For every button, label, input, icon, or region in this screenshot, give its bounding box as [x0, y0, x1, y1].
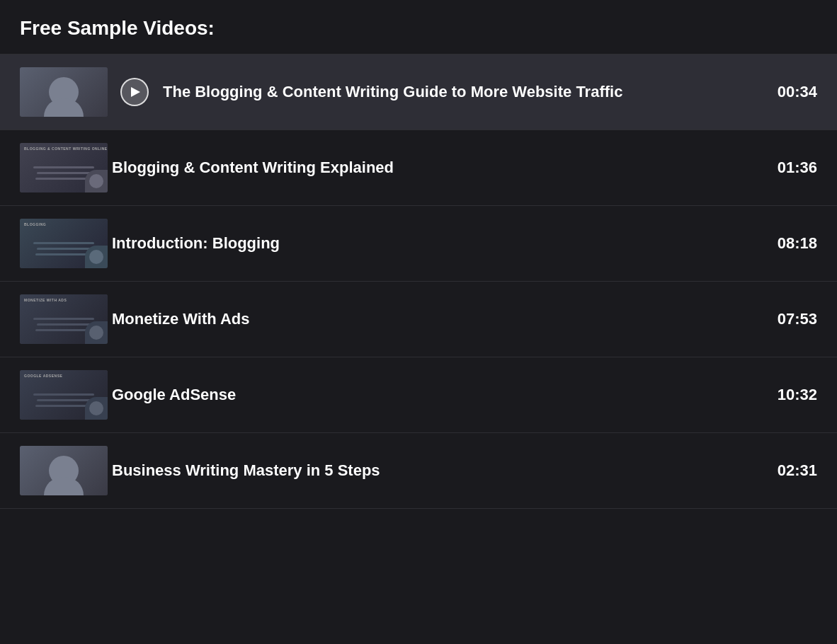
list-item[interactable]: BLOGGING Introduction: Blogging 08:18 [0, 206, 837, 282]
page-container: Free Sample Videos: The Blogging & Conte… [0, 0, 837, 509]
video-duration: 10:32 [768, 386, 817, 404]
video-title: Google AdSense [108, 385, 753, 406]
video-duration: 01:36 [768, 159, 817, 177]
video-duration: 02:31 [768, 461, 817, 480]
video-title: Business Writing Mastery in 5 Steps [108, 461, 753, 481]
video-thumbnail: MONETIZE WITH ADS [20, 294, 108, 344]
play-button-wrap[interactable] [120, 78, 149, 106]
video-duration: 07:53 [768, 310, 817, 328]
video-duration: 00:34 [768, 83, 817, 101]
video-title: Blogging & Content Writing Explained [108, 158, 753, 178]
video-thumbnail [20, 446, 108, 495]
page-header: Free Sample Videos: [0, 0, 837, 54]
video-thumbnail: BLOGGING [20, 219, 108, 268]
video-title: The Blogging & Content Writing Guide to … [159, 82, 753, 103]
list-item[interactable]: The Blogging & Content Writing Guide to … [0, 54, 837, 130]
video-duration: 08:18 [768, 234, 817, 253]
play-icon [131, 87, 140, 97]
list-item[interactable]: BLOGGING & CONTENT WRITING ONLINE Bloggi… [0, 130, 837, 206]
video-thumbnail: GOOGLE ADSENSE [20, 370, 108, 420]
video-title: Introduction: Blogging [108, 234, 753, 254]
list-item[interactable]: Business Writing Mastery in 5 Steps 02:3… [0, 433, 837, 509]
video-title: Monetize With Ads [108, 309, 753, 330]
video-list: The Blogging & Content Writing Guide to … [0, 54, 837, 509]
video-thumbnail [20, 67, 108, 117]
list-item[interactable]: GOOGLE ADSENSE Google AdSense 10:32 [0, 357, 837, 433]
play-button[interactable] [120, 78, 149, 106]
list-item[interactable]: MONETIZE WITH ADS Monetize With Ads 07:5… [0, 282, 837, 357]
page-title: Free Sample Videos: [20, 17, 817, 40]
video-thumbnail: BLOGGING & CONTENT WRITING ONLINE [20, 143, 108, 192]
